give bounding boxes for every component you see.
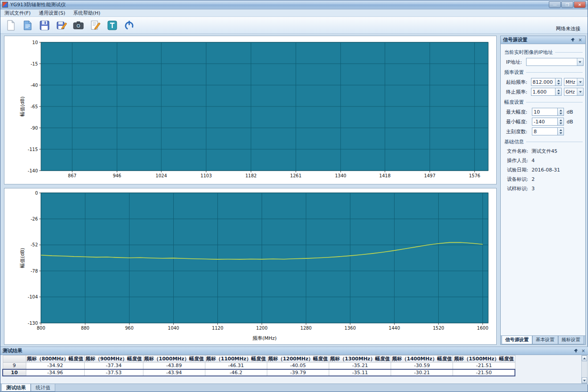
- result-cell[interactable]: -34.96: [26, 369, 85, 376]
- stop-frequency-unit-label: GHz: [566, 90, 575, 94]
- column-header[interactable]: 频标（1200MHz）幅度值: [267, 355, 329, 363]
- ip-dropdown-button[interactable]: [576, 58, 584, 66]
- close-icon[interactable]: ×: [580, 348, 586, 354]
- stop-frequency-unit-select[interactable]: GHz: [564, 88, 584, 96]
- save-as-button[interactable]: [54, 18, 69, 33]
- start-frequency-stepper[interactable]: [555, 78, 561, 86]
- result-cell[interactable]: -21.50: [453, 369, 515, 376]
- svg-text:10: 10: [32, 40, 38, 45]
- operator-label: 操作人员:: [507, 158, 528, 163]
- min-amplitude-input[interactable]: -140: [532, 118, 558, 126]
- pin-icon[interactable]: [573, 348, 579, 354]
- frequency-section-title: 频率设置: [501, 67, 585, 77]
- result-cell[interactable]: -46.2: [205, 369, 267, 376]
- start-frequency-unit-select[interactable]: MHz: [564, 78, 584, 86]
- save-icon: [39, 20, 50, 31]
- column-header[interactable]: 频标（1500MHz）幅度值: [453, 355, 515, 363]
- result-cell[interactable]: -35.11: [329, 369, 391, 376]
- close-button[interactable]: ✕: [574, 1, 586, 8]
- results-scrollbar[interactable]: [581, 355, 588, 384]
- major-ticks-stepper[interactable]: [558, 127, 564, 135]
- save-button[interactable]: [37, 18, 52, 33]
- tab-basic-settings[interactable]: 基本设置: [532, 336, 558, 344]
- min-amplitude-stepper[interactable]: [558, 118, 564, 126]
- ip-section-title-text: 当前实时图像的IP地址: [504, 49, 553, 56]
- frequency-section-title-text: 频率设置: [504, 69, 524, 76]
- svg-text:-115: -115: [28, 147, 38, 152]
- result-cell[interactable]: -30.21: [391, 369, 453, 376]
- tab-marker-settings[interactable]: 频标设置: [558, 336, 584, 344]
- app-icon: [2, 2, 8, 8]
- result-cell[interactable]: -21.51: [453, 363, 515, 369]
- report-button[interactable]: [105, 18, 120, 33]
- signal-dock-title: 信号源设置: [503, 37, 527, 43]
- result-cell[interactable]: -30.59: [391, 363, 453, 369]
- power-button[interactable]: [122, 18, 137, 33]
- start-frequency-input[interactable]: 812.000: [531, 78, 556, 86]
- column-header[interactable]: 频标（1000MHz）幅度值: [143, 355, 205, 363]
- pin-icon[interactable]: [570, 37, 576, 43]
- chevron-down-icon: [577, 88, 583, 95]
- scroll-down-button[interactable]: [582, 377, 587, 383]
- row-header[interactable]: 9: [3, 363, 26, 369]
- result-cell[interactable]: -40.05: [267, 363, 329, 369]
- window-controls: — ❐ ✕: [549, 1, 586, 8]
- result-cell[interactable]: -34.92: [26, 363, 85, 369]
- text-report-icon: [106, 20, 118, 31]
- svg-text:1520: 1520: [433, 326, 444, 331]
- title-bar: YG913防辐射性能测试仪 — ❐ ✕: [0, 0, 588, 9]
- result-cell[interactable]: -46.31: [205, 363, 267, 369]
- sample-id-value: 3: [531, 186, 535, 192]
- column-header[interactable]: 频标（1100MHz）幅度值: [205, 355, 267, 363]
- tab-test-results[interactable]: 测试结果: [1, 384, 31, 392]
- column-header[interactable]: 频标（1300MHz）幅度值: [329, 355, 391, 363]
- tab-statistics[interactable]: 统计值: [31, 384, 55, 392]
- maximize-button[interactable]: ❐: [561, 1, 573, 8]
- result-cell[interactable]: -37.53: [85, 369, 143, 376]
- minimize-button[interactable]: —: [549, 1, 561, 8]
- top-chart-panel: 10-15-40-65-90-115-140867946102411031182…: [4, 36, 497, 184]
- stop-frequency-input[interactable]: 1.600: [531, 88, 556, 96]
- scroll-up-button[interactable]: [582, 355, 587, 361]
- svg-text:946: 946: [113, 173, 121, 178]
- results-body: 频标（800MHz）幅度值频标（900MHz）幅度值频标（1000MHz）幅度值…: [2, 355, 580, 384]
- menu-item-system-help[interactable]: 系统帮助(H): [69, 9, 105, 17]
- result-cell[interactable]: -43.94: [143, 369, 205, 376]
- max-amplitude-stepper[interactable]: [558, 108, 564, 116]
- max-amplitude-input[interactable]: 10: [532, 108, 558, 116]
- close-icon[interactable]: ×: [577, 37, 583, 43]
- column-header[interactable]: 频标（800MHz）幅度值: [26, 355, 85, 363]
- result-cell[interactable]: -39.79: [267, 369, 329, 376]
- ip-address-label: IP地址:: [506, 59, 526, 65]
- result-cell[interactable]: -43.89: [143, 363, 205, 369]
- sample-id-label: 试样标识:: [507, 186, 528, 192]
- screenshot-button[interactable]: [71, 18, 86, 33]
- menu-bar: 测试文件(F) 通用设置(S) 系统帮助(H): [0, 9, 588, 17]
- ip-address-combobox[interactable]: [526, 58, 577, 66]
- svg-text:-140: -140: [28, 168, 38, 173]
- row-header[interactable]: 10: [3, 369, 26, 376]
- svg-text:1200: 1200: [256, 326, 267, 331]
- stop-frequency-stepper[interactable]: [555, 88, 561, 96]
- open-file-button[interactable]: [20, 18, 35, 33]
- tab-signal-source-settings[interactable]: 信号源设置: [502, 336, 532, 344]
- results-dock-title: 测试结果: [3, 347, 22, 354]
- major-ticks-input[interactable]: 8: [532, 127, 558, 135]
- menu-item-test-file[interactable]: 测试文件(F): [0, 9, 35, 17]
- edit-button[interactable]: [88, 18, 103, 33]
- ip-address-row: IP地址:: [501, 57, 585, 67]
- svg-text:-65: -65: [31, 104, 38, 109]
- svg-text:0: 0: [35, 191, 38, 196]
- start-frequency-row: 起始频率: 812.000 MHz: [501, 77, 585, 87]
- result-cell[interactable]: -35.21: [329, 363, 391, 369]
- column-header[interactable]: 频标（900MHz）幅度值: [85, 355, 143, 363]
- result-cell[interactable]: -37.34: [85, 363, 143, 369]
- column-header[interactable]: 频标（1400MHz）幅度值: [391, 355, 453, 363]
- app-window: YG913防辐射性能测试仪 — ❐ ✕ 测试文件(F) 通用设置(S) 系统帮助…: [0, 0, 588, 392]
- results-table[interactable]: 频标（800MHz）幅度值频标（900MHz）幅度值频标（1000MHz）幅度值…: [2, 355, 515, 376]
- svg-text:-26: -26: [31, 216, 38, 221]
- svg-text:1040: 1040: [168, 326, 179, 331]
- new-file-button[interactable]: [3, 18, 18, 33]
- menu-item-general-settings[interactable]: 通用设置(S): [35, 9, 69, 17]
- start-frequency-label: 起始频率:: [506, 79, 531, 86]
